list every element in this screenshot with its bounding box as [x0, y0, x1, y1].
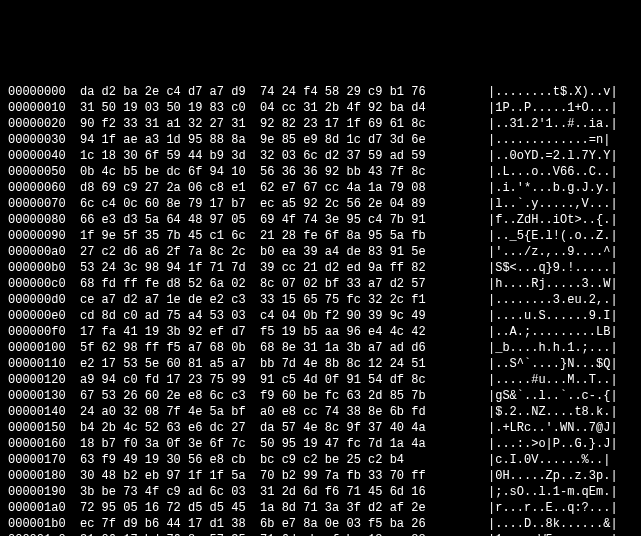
- ascii: |_b....h.h.1.;...|: [488, 340, 618, 356]
- hex-dump: 00000000da d2 ba 2e c4 d7 a7 d9 74 24 f4…: [8, 84, 633, 536]
- hex-row: 0000013067 53 26 60 2e e8 6c c3 f9 60 be…: [8, 388, 633, 404]
- hex-bytes: da d2 ba 2e c4 d7 a7 d9 74 24 f4 58 29 c…: [80, 84, 488, 100]
- offset: 00000030: [8, 132, 80, 148]
- hex-row: 00000120a9 94 c0 fd 17 23 75 99 91 c5 4d…: [8, 372, 633, 388]
- ascii: |.L...o..V66..C..|: [488, 164, 618, 180]
- hex-bytes: 27 c2 d6 a6 2f 7a 8c 2c b0 ea 39 a4 de 8…: [80, 244, 488, 260]
- offset: 00000140: [8, 404, 80, 420]
- hex-row: 000001a072 95 05 16 72 d5 d5 45 1a 8d 71…: [8, 500, 633, 516]
- ascii: |;.sO..l.1-m.qEm.|: [488, 484, 618, 500]
- hex-bytes: 63 f9 49 19 30 56 e8 cb bc c9 c2 be 25 c…: [80, 452, 488, 468]
- offset: 000000a0: [8, 244, 80, 260]
- ascii: |1...v.W5qm......|: [488, 532, 618, 536]
- hex-row: 000001903b be 73 4f c9 ad 6c 03 31 2d 6d…: [8, 484, 633, 500]
- hex-row: 0000014024 a0 32 08 7f 4e 5a bf a0 e8 cc…: [8, 404, 633, 420]
- offset: 00000020: [8, 116, 80, 132]
- hex-bytes: 17 fa 41 19 3b 92 ef d7 f5 19 b5 aa 96 e…: [80, 324, 488, 340]
- offset: 00000000: [8, 84, 80, 100]
- offset: 000001c0: [8, 532, 80, 536]
- hex-bytes: 90 f2 33 31 a1 32 27 31 92 82 23 17 1f 6…: [80, 116, 488, 132]
- offset: 000000f0: [8, 324, 80, 340]
- hex-bytes: 1f 9e 5f 35 7b 45 c1 6c 21 28 fe 6f 8a 9…: [80, 228, 488, 244]
- ascii: |c.I.0V......%..|: [488, 452, 610, 468]
- hex-row: 0000018030 48 b2 eb 97 1f 1f 5a 70 b2 99…: [8, 468, 633, 484]
- offset: 00000040: [8, 148, 80, 164]
- hex-row: 0000003094 1f ae a3 1d 95 88 8a 9e 85 e9…: [8, 132, 633, 148]
- ascii: |..0oYD.=2.l.7Y.Y|: [488, 148, 618, 164]
- ascii: |.....#u...M..T..|: [488, 372, 618, 388]
- hex-bytes: 5f 62 98 ff f5 a7 68 0b 68 8e 31 1a 3b a…: [80, 340, 488, 356]
- hex-bytes: 3b be 73 4f c9 ad 6c 03 31 2d 6d f6 71 4…: [80, 484, 488, 500]
- ascii: |h....Rj.....3..W|: [488, 276, 618, 292]
- offset: 000000b0: [8, 260, 80, 276]
- offset: 00000110: [8, 356, 80, 372]
- offset: 000001a0: [8, 500, 80, 516]
- hex-row: 000000b053 24 3c 98 94 1f 71 7d 39 cc 21…: [8, 260, 633, 276]
- hex-row: 000000706c c4 0c 60 8e 79 17 b7 ec a5 92…: [8, 196, 633, 212]
- hex-row: 000000d0ce a7 d2 a7 1e de e2 c3 33 15 65…: [8, 292, 633, 308]
- ascii: |....u.S......9.I|: [488, 308, 618, 324]
- offset: 00000160: [8, 436, 80, 452]
- ascii: |$.2..NZ....t8.k.|: [488, 404, 618, 420]
- hex-bytes: e2 17 53 5e 60 81 a5 a7 bb 7d 4e 8b 8c 1…: [80, 356, 488, 372]
- hex-row: 0000008066 e3 d3 5a 64 48 97 05 69 4f 74…: [8, 212, 633, 228]
- offset: 00000050: [8, 164, 80, 180]
- offset: 000000e0: [8, 308, 80, 324]
- offset: 00000130: [8, 388, 80, 404]
- hex-bytes: 30 48 b2 eb 97 1f 1f 5a 70 b2 99 7a fb 3…: [80, 468, 488, 484]
- offset: 00000060: [8, 180, 80, 196]
- hex-bytes: d8 69 c9 27 2a 06 c8 e1 62 e7 67 cc 4a 1…: [80, 180, 488, 196]
- ascii: |0H.....Zp..z.3p.|: [488, 468, 618, 484]
- hex-row: 000001005f 62 98 ff f5 a7 68 0b 68 8e 31…: [8, 340, 633, 356]
- ascii: |f..ZdH..iOt>..{.|: [488, 212, 618, 228]
- hex-bytes: 6c c4 0c 60 8e 79 17 b7 ec a5 92 2c 56 2…: [80, 196, 488, 212]
- hex-bytes: 68 fd ff fe d8 52 6a 02 8c 07 02 bf 33 a…: [80, 276, 488, 292]
- ascii: |........t$.X)..v|: [488, 84, 618, 100]
- hex-bytes: 31 06 17 bd 76 8c 57 35 71 6d ab cf be 1…: [80, 532, 488, 536]
- hex-row: 000000a027 c2 d6 a6 2f 7a 8c 2c b0 ea 39…: [8, 244, 633, 260]
- hex-row: 000000e0cd 8d c0 ad 75 a4 53 03 c4 04 0b…: [8, 308, 633, 324]
- ascii: |'.../z.,..9....^|: [488, 244, 618, 260]
- offset: 000001b0: [8, 516, 80, 532]
- hex-bytes: ce a7 d2 a7 1e de e2 c3 33 15 65 75 fc 3…: [80, 292, 488, 308]
- hex-row: 000001b0ec 7f d9 b6 44 17 d1 38 6b e7 8a…: [8, 516, 633, 532]
- hex-bytes: 31 50 19 03 50 19 83 c0 04 cc 31 2b 4f 9…: [80, 100, 488, 116]
- offset: 00000170: [8, 452, 80, 468]
- ascii: |1P..P.....1+O...|: [488, 100, 618, 116]
- hex-bytes: 24 a0 32 08 7f 4e 5a bf a0 e8 cc 74 38 8…: [80, 404, 488, 420]
- hex-row: 0000017063 f9 49 19 30 56 e8 cb bc c9 c2…: [8, 452, 633, 468]
- hex-bytes: ec 7f d9 b6 44 17 d1 38 6b e7 8a 0e 03 f…: [80, 516, 488, 532]
- hex-bytes: cd 8d c0 ad 75 a4 53 03 c4 04 0b f2 90 3…: [80, 308, 488, 324]
- hex-row: 000000c068 fd ff fe d8 52 6a 02 8c 07 02…: [8, 276, 633, 292]
- offset: 00000180: [8, 468, 80, 484]
- hex-bytes: 0b 4c b5 be dc 6f 94 10 56 36 36 92 bb 4…: [80, 164, 488, 180]
- offset: 00000070: [8, 196, 80, 212]
- hex-bytes: 67 53 26 60 2e e8 6c c3 f9 60 be fc 63 2…: [80, 388, 488, 404]
- hex-row: 000000500b 4c b5 be dc 6f 94 10 56 36 36…: [8, 164, 633, 180]
- hex-row: 000001c031 06 17 bd 76 8c 57 35 71 6d ab…: [8, 532, 633, 536]
- ascii: |..31.2'1..#..ia.|: [488, 116, 618, 132]
- hex-bytes: 66 e3 d3 5a 64 48 97 05 69 4f 74 3e 95 c…: [80, 212, 488, 228]
- hex-row: 000000401c 18 30 6f 59 44 b9 3d 32 03 6c…: [8, 148, 633, 164]
- ascii: |........3.eu.2,.|: [488, 292, 618, 308]
- hex-bytes: a9 94 c0 fd 17 23 75 99 91 c5 4d 0f 91 5…: [80, 372, 488, 388]
- ascii: |..S^`....}N...$Q|: [488, 356, 618, 372]
- hex-bytes: b4 2b 4c 52 63 e6 dc 27 da 57 4e 8c 9f 3…: [80, 420, 488, 436]
- offset: 00000080: [8, 212, 80, 228]
- offset: 00000150: [8, 420, 80, 436]
- offset: 000000d0: [8, 292, 80, 308]
- hex-row: 000000901f 9e 5f 35 7b 45 c1 6c 21 28 fe…: [8, 228, 633, 244]
- ascii: |.+LRc..'.WN..7@J|: [488, 420, 618, 436]
- hex-row: 00000060d8 69 c9 27 2a 06 c8 e1 62 e7 67…: [8, 180, 633, 196]
- hex-row: 000000f017 fa 41 19 3b 92 ef d7 f5 19 b5…: [8, 324, 633, 340]
- ascii: |...:.>o|P..G.}.J|: [488, 436, 618, 452]
- hex-row: 0000002090 f2 33 31 a1 32 27 31 92 82 23…: [8, 116, 633, 132]
- hex-bytes: 1c 18 30 6f 59 44 b9 3d 32 03 6c d2 37 5…: [80, 148, 488, 164]
- offset: 000000c0: [8, 276, 80, 292]
- hex-row: 0000016018 b7 f0 3a 0f 3e 6f 7c 50 95 19…: [8, 436, 633, 452]
- ascii: |r...r..E..q:?...|: [488, 500, 618, 516]
- hex-row: 00000150b4 2b 4c 52 63 e6 dc 27 da 57 4e…: [8, 420, 633, 436]
- offset: 00000090: [8, 228, 80, 244]
- ascii: |.............=n|: [488, 132, 610, 148]
- hex-row: 00000000da d2 ba 2e c4 d7 a7 d9 74 24 f4…: [8, 84, 633, 100]
